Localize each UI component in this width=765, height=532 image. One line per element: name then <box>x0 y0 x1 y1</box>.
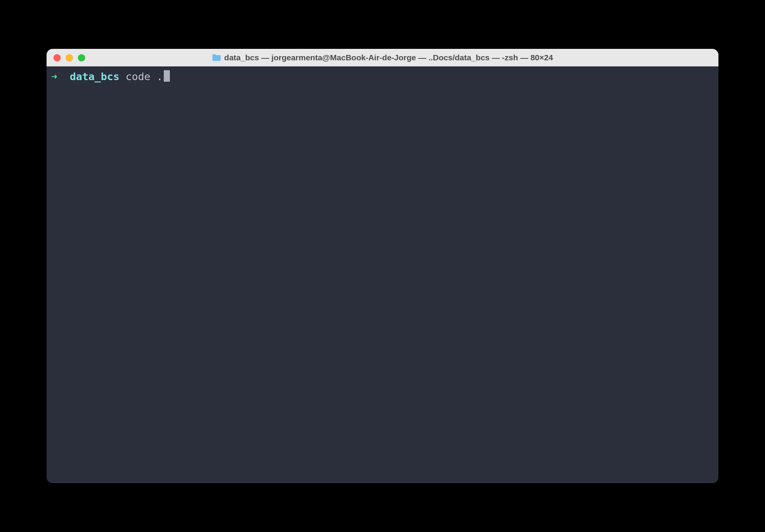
prompt-command: code . <box>126 70 163 84</box>
cursor <box>164 70 170 82</box>
window-title: data_bcs — jorgearmenta@MacBook-Air-de-J… <box>224 53 553 62</box>
titlebar: data_bcs — jorgearmenta@MacBook-Air-de-J… <box>47 49 718 66</box>
terminal-body[interactable]: ➜ data_bcs code . <box>47 66 718 483</box>
close-button[interactable] <box>53 54 61 61</box>
traffic-lights <box>53 54 85 61</box>
folder-icon <box>212 54 221 61</box>
prompt-path: data_bcs <box>70 70 119 84</box>
prompt-line: ➜ data_bcs code . <box>51 69 714 84</box>
terminal-window: data_bcs — jorgearmenta@MacBook-Air-de-J… <box>47 49 718 483</box>
title-content: data_bcs — jorgearmenta@MacBook-Air-de-J… <box>212 53 553 62</box>
maximize-button[interactable] <box>78 54 85 61</box>
minimize-button[interactable] <box>66 54 73 61</box>
prompt-arrow-icon: ➜ <box>51 70 57 84</box>
